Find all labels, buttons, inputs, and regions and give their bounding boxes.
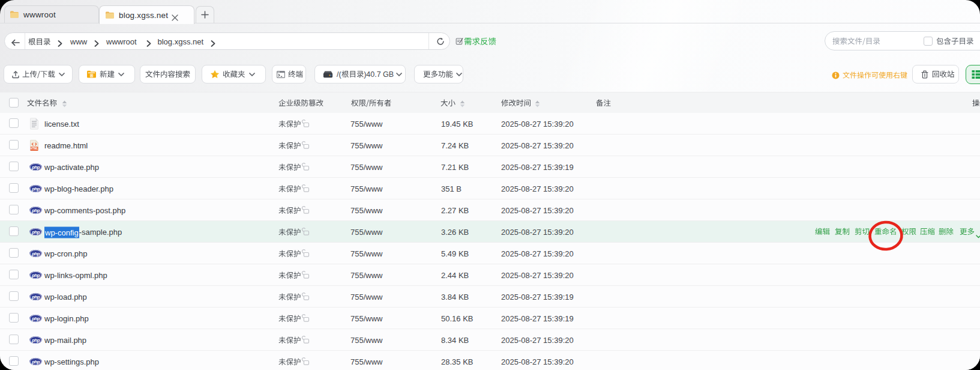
svg-text:php: php: [31, 164, 40, 169]
svg-text:php: php: [31, 272, 40, 278]
svg-text:HTML: HTML: [31, 147, 38, 150]
svg-text:php: php: [31, 294, 40, 299]
svg-text:php: php: [31, 207, 40, 213]
svg-text:php: php: [31, 229, 40, 234]
svg-text:php: php: [31, 337, 40, 342]
svg-text:php: php: [31, 250, 40, 256]
svg-text:php: php: [31, 315, 40, 321]
svg-text:php: php: [31, 359, 40, 364]
svg-text:php: php: [31, 186, 40, 191]
